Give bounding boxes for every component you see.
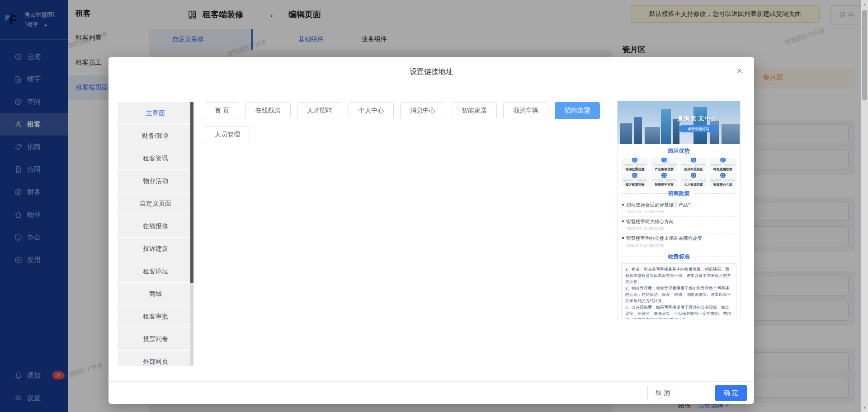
- link-chip[interactable]: 我的车辆: [503, 102, 548, 119]
- news-item: 智慧楼宇两大核心方向2023-07-12 09:00:00: [622, 217, 736, 234]
- set-link-modal: 设置链接地址 × 主界面财务/账单租客资讯物业活动自定义页面在线报修投诉建议租客…: [108, 57, 754, 404]
- policy-news-list: 如何选择合适的智慧楼宇产品?2023-07-12 09:00:00智慧楼宇两大核…: [622, 200, 736, 250]
- link-chip[interactable]: 智能家居: [452, 102, 497, 119]
- link-options: 首 页在线找房人才招聘个人中心消息中心智能家居我的车辆招商加盟人员管理: [205, 102, 612, 150]
- menu-item[interactable]: 物业活动: [118, 170, 193, 192]
- bullet-icon: [622, 220, 624, 222]
- scroll-up-icon[interactable]: ▲: [861, 2, 868, 6]
- menu-item[interactable]: 主界面: [118, 102, 193, 124]
- benefit-card: 资源整合，共享平台资源整合共享: [709, 173, 736, 187]
- bullet-icon: [622, 204, 624, 206]
- benefit-caption: 资源整合，共享平台: [711, 178, 735, 183]
- menu-item[interactable]: 租客资讯: [118, 147, 193, 169]
- close-icon[interactable]: ×: [736, 66, 742, 76]
- benefit-card: 人车分流，智能管理智慧楼宇方案: [651, 173, 678, 187]
- menu-item[interactable]: 投票问卷: [118, 328, 193, 350]
- cancel-button[interactable]: 取 消: [647, 385, 678, 401]
- benefit-icon: [632, 173, 637, 178]
- benefit-card: 产业集群，产业政策产业集群优势: [651, 158, 678, 171]
- page-preview: 真房源 无中介 点击查看好房 园区优势 交通便利，配套齐全地理位置优越产业集群，…: [617, 101, 741, 319]
- section-title: 收费标准: [622, 253, 736, 261]
- menu-item[interactable]: 外部网页: [118, 351, 193, 366]
- fees-text: 1、租金：租金是写字楼最基本的收费项目，根据楼层、面积和装修程度等因素而有所不同…: [621, 263, 736, 319]
- benefit-card: 政策扶持，补贴支持特色优惠政策: [709, 158, 736, 171]
- section-title: 园区优势: [622, 147, 736, 155]
- benefit-card: 保洁保安，设施完善园区配套完善: [621, 173, 649, 187]
- menu-scrollbar[interactable]: [190, 102, 193, 366]
- benefit-grid: 交通便利，配套齐全地理位置优越产业集群，产业政策产业集群优势拎包入住，轻松创业低…: [621, 158, 736, 187]
- menu-item[interactable]: 财务/账单: [118, 125, 193, 147]
- benefit-caption: 保洁保安，设施完善: [623, 178, 647, 183]
- bullet-icon: [622, 237, 624, 239]
- benefit-card: 交通便利，配套齐全地理位置优越: [621, 158, 649, 171]
- scrollbar-thumb[interactable]: [862, 10, 867, 100]
- modal-footer: 取 消 确 定: [108, 381, 754, 404]
- benefit-icon: [691, 173, 696, 178]
- benefit-label: 特色优惠政策: [713, 167, 732, 171]
- banner-image: 真房源 无中介 点击查看好房: [618, 101, 740, 144]
- benefit-caption: 交通便利，配套齐全: [623, 163, 647, 167]
- banner-headline: 真房源 无中介: [677, 115, 717, 123]
- link-chip[interactable]: 人才招聘: [297, 102, 342, 119]
- link-category-menu: 主界面财务/账单租客资讯物业活动自定义页面在线报修投诉建议租客论坛商城租客审批投…: [118, 102, 193, 366]
- banner-cta-button: 点击查看好房: [679, 125, 718, 132]
- page-scrollbar[interactable]: ▲ ▼: [861, 0, 868, 412]
- news-date: 2023-07-12 09:00:00: [627, 226, 736, 231]
- benefit-label: 低成本更轻松: [684, 167, 703, 171]
- benefit-icon: [691, 158, 696, 163]
- news-title: 智慧楼宇为办公楼市场带来哪些改变: [622, 235, 736, 242]
- modal-title: 设置链接地址: [108, 57, 754, 87]
- news-item: 如何选择合适的智慧楼宇产品?2023-07-12 09:00:00: [622, 200, 736, 217]
- link-chip[interactable]: 招商加盟: [555, 102, 600, 119]
- menu-item[interactable]: 在线报修: [118, 215, 193, 237]
- link-chip[interactable]: 人员管理: [205, 126, 250, 143]
- benefit-icon: [661, 158, 667, 163]
- benefit-card: 拎包入住，轻松创业低成本更轻松: [680, 158, 708, 171]
- benefit-label: 人才资源丰富: [684, 183, 703, 187]
- app-root: F 青云智慧园区 1楼宇▶ 总览楼宇空间租客招商合同财务物业办公应用 通知 2 …: [0, 0, 868, 412]
- benefit-icon: [720, 173, 726, 178]
- benefit-caption: 人车分流，智能管理: [652, 178, 676, 183]
- menu-item[interactable]: 自定义页面: [118, 192, 193, 215]
- benefit-caption: 拎包入住，轻松创业: [681, 163, 706, 167]
- benefit-caption: 产业集群，产业政策: [652, 163, 676, 167]
- menu-item[interactable]: 租客审批: [118, 305, 193, 328]
- news-title: 如何选择合适的智慧楼宇产品?: [622, 202, 736, 208]
- news-title: 智慧楼宇两大核心方向: [622, 219, 736, 225]
- menu-scrollbar-thumb[interactable]: [190, 102, 193, 283]
- link-chip[interactable]: 在线找房: [245, 102, 291, 119]
- benefit-caption: 人才公寓，人才引进: [681, 178, 706, 183]
- news-item: 智慧楼宇为办公楼市场带来哪些改变2023-07-12 09:00:00: [622, 234, 736, 250]
- section-title: 招商政策: [622, 190, 736, 197]
- benefit-label: 智慧楼宇方案: [655, 183, 674, 187]
- menu-item[interactable]: 租客论坛: [118, 260, 193, 282]
- benefit-label: 园区配套完善: [625, 183, 644, 187]
- benefit-label: 地理位置优越: [625, 167, 644, 171]
- link-chip[interactable]: 个人中心: [349, 102, 394, 119]
- benefit-icon: [720, 158, 726, 163]
- benefit-card: 人才公寓，人才引进人才资源丰富: [680, 173, 708, 187]
- scroll-down-icon[interactable]: ▼: [861, 406, 868, 410]
- news-date: 2023-07-12 09:00:00: [627, 210, 736, 214]
- news-date: 2023-07-12 09:00:00: [627, 243, 736, 248]
- benefit-label: 产业集群优势: [655, 167, 674, 171]
- menu-item[interactable]: 投诉建议: [118, 238, 193, 260]
- benefit-icon: [632, 158, 637, 163]
- link-chip[interactable]: 首 页: [205, 102, 239, 119]
- menu-item[interactable]: 商城: [118, 283, 193, 305]
- link-chip[interactable]: 消息中心: [400, 102, 445, 119]
- benefit-label: 资源整合共享: [713, 183, 732, 187]
- confirm-button[interactable]: 确 定: [715, 385, 747, 401]
- benefit-caption: 政策扶持，补贴支持: [711, 163, 735, 167]
- benefit-icon: [661, 173, 667, 178]
